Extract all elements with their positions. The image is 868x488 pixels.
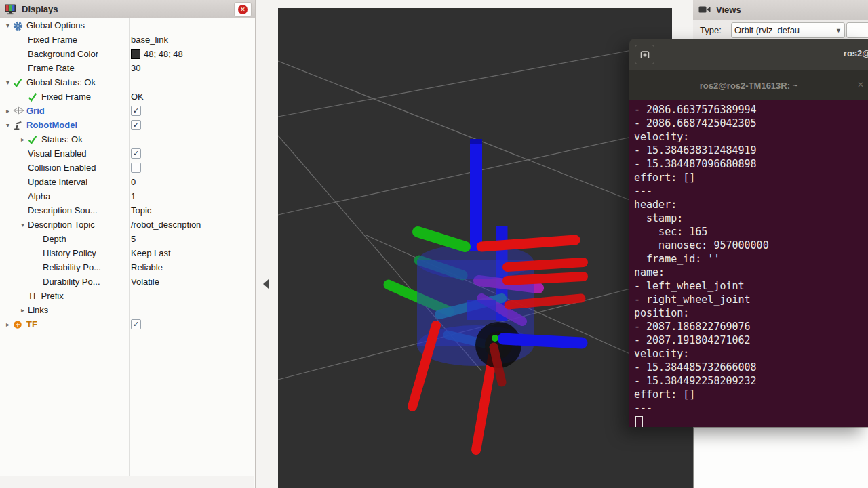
tree-row-left: Fixed Frame [0,89,91,104]
property-value[interactable]: OK [131,89,144,104]
collapse-arrow-icon[interactable]: ▾ [3,22,13,29]
property-label: Reliability Po... [43,262,101,272]
property-value[interactable]: ✓ [131,118,141,132]
property-label: Links [28,305,48,315]
robot-icon [13,121,26,131]
property-value[interactable]: Reliable [131,260,163,274]
terminal-line: sec: 165 [634,225,868,239]
tree-row-description-sou[interactable]: Description Sou...Topic [0,203,254,218]
checkbox-checked[interactable]: ✓ [131,148,141,159]
expand-arrow-icon[interactable]: ▸ [18,306,28,314]
property-value[interactable]: Topic [131,203,151,218]
property-value[interactable]: ✓ [131,146,141,161]
tree-row-global-status-ok[interactable]: ▾Global Status: Ok [0,75,254,89]
new-tab-button[interactable] [635,45,654,64]
property-label: TF [26,319,37,329]
property-value[interactable]: 0 [131,175,136,189]
collapse-arrow-icon[interactable]: ▾ [3,121,13,129]
tree-row-description-topic[interactable]: ▾Description Topic/robot_description [0,218,254,232]
property-value[interactable]: ✓ [131,104,141,118]
property-value[interactable]: 1 [131,189,136,203]
terminal-line: name: [634,266,868,279]
property-value[interactable]: 30 [131,61,140,75]
tree-row-tf-prefix[interactable]: TF Prefix [0,289,254,303]
tree-row-history-policy[interactable]: History PolicyKeep Last [0,246,254,260]
zero-button[interactable]: Ze [846,22,868,38]
tree-row-reliability-po[interactable]: Reliability Po...Reliable [0,260,254,274]
tree-row-left: ▸Grid [0,104,45,118]
property-label: Alpha [28,191,50,201]
tree-column-divider[interactable] [129,18,130,476]
tree-row-update-interval[interactable]: Update Interval0 [0,175,254,189]
panel-collapse-arrow-icon[interactable] [263,279,269,289]
chevron-down-icon: ▼ [835,27,842,34]
property-label: Description Sou... [28,205,98,216]
tree-row-alpha[interactable]: Alpha1 [0,189,254,203]
tree-row-left: Reliability Po... [0,260,101,274]
property-value[interactable]: base_link [131,33,168,47]
tree-row-status-ok[interactable]: ▸Status: Ok [0,132,254,146]
displays-panel-splitter[interactable] [0,476,254,488]
property-label: Visual Enabled [28,148,87,159]
property-label: Fixed Frame [28,35,77,45]
property-value[interactable]: 5 [131,232,136,246]
terminal-line: - left_wheel_joint [634,279,868,293]
property-label: Depth [43,234,66,244]
views-type-row: Type: Orbit (rviz_defau ▼ Ze [693,20,868,39]
tree-row-left: ▾Global Status: Ok [0,75,96,89]
terminal-line: - right_wheel_joint [634,293,868,306]
views-icon [698,5,712,16]
view-type-dropdown[interactable]: Orbit (rviz_defau ▼ [731,22,845,38]
property-value[interactable]: Keep Last [131,246,171,260]
tree-row-robotmodel[interactable]: ▾RobotModel✓ [0,118,254,132]
views-panel-titlebar[interactable]: Views [693,0,868,20]
check-icon [28,92,41,103]
views-list-area[interactable] [693,427,868,488]
property-value[interactable]: 48; 48; 48 [131,47,183,61]
collapse-arrow-icon[interactable]: ▾ [3,79,13,86]
tree-row-left: Collision Enabled [0,161,96,175]
tree-row-durability-po[interactable]: Durability Po...Volatile [0,274,254,289]
tree-row-depth[interactable]: Depth5 [0,232,254,246]
checkbox-checked[interactable]: ✓ [131,319,141,329]
view-type-value: Orbit (rviz_defau [734,25,800,35]
tree-row-frame-rate[interactable]: Frame Rate30 [0,61,254,75]
tree-row-visual-enabled[interactable]: Visual Enabled✓ [0,146,254,161]
tree-row-global-options[interactable]: ▾Global Options [0,18,254,33]
expand-arrow-icon[interactable]: ▸ [18,136,28,143]
property-label: Global Status: Ok [26,77,96,87]
property-value[interactable]: ✓ [131,317,141,331]
tree-row-tf[interactable]: ▸TF✓ [0,317,254,331]
expand-arrow-icon[interactable]: ▸ [3,321,13,328]
rviz-window: Displays ✕ ▾Global OptionsFixed Framebas… [0,0,868,488]
terminal-window: ros2@ ros2@ros2-TM1613R: ~ ✕ - 2086.6637… [629,39,868,427]
tree-row-fixed-frame[interactable]: Fixed FrameOK [0,89,254,104]
tree-row-background-color[interactable]: Background Color48; 48; 48 [0,47,254,61]
property-label: Durability Po... [43,277,100,287]
tree-row-grid[interactable]: ▸Grid✓ [0,104,254,118]
tree-row-collision-enabled[interactable]: Collision Enabled [0,161,254,175]
terminal-body[interactable]: - 2086.6637576389994- 2086.6687425042305… [629,100,868,427]
checkbox-unchecked[interactable] [131,163,141,173]
collapse-arrow-icon[interactable]: ▾ [18,221,28,228]
tab-close-icon[interactable]: ✕ [857,80,864,89]
tree-row-fixed-frame[interactable]: Fixed Framebase_link [0,33,254,47]
terminal-window-title: ros2@ [844,48,868,58]
viewport-top-gap [672,8,693,39]
tree-row-links[interactable]: ▸Links [0,303,254,317]
checkbox-checked[interactable]: ✓ [131,106,141,116]
terminal-tab[interactable]: ros2@ros2-TM1613R: ~ [700,81,798,91]
property-value[interactable]: Volatile [131,274,159,289]
views-list-divider [797,428,797,488]
tree-row-left: ▾Global Options [0,18,85,33]
terminal-titlebar[interactable]: ros2@ [629,39,868,70]
displays-panel-titlebar[interactable]: Displays ✕ [0,0,255,18]
checkbox-checked[interactable]: ✓ [131,120,141,130]
expand-arrow-icon[interactable]: ▸ [3,107,13,115]
tree-row-left: ▸Links [0,303,48,317]
close-panel-button[interactable]: ✕ [234,2,252,17]
terminal-line: - 2087.186822769076 [634,320,868,333]
property-value[interactable]: /robot_description [131,218,201,232]
property-value[interactable] [131,161,141,175]
views-panel-title: Views [716,5,741,15]
